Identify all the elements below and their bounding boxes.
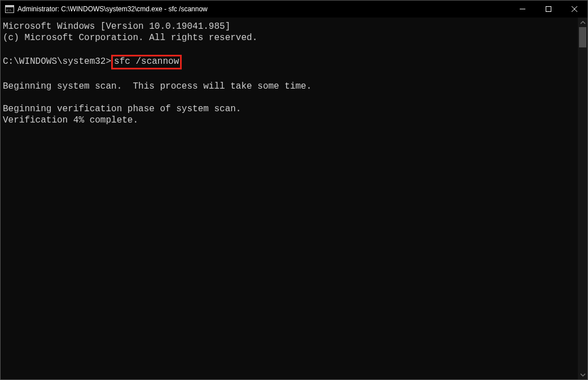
scroll-down-button[interactable] <box>578 370 587 379</box>
line-copyright: (c) Microsoft Corporation. All rights re… <box>3 33 257 43</box>
command-highlight: sfc /scannow <box>111 55 182 69</box>
line-begin-scan: Beginning system scan. This process will… <box>3 81 311 91</box>
client-area: Microsoft Windows [Version 10.0.19041.98… <box>1 18 587 379</box>
minimize-button[interactable] <box>510 1 536 18</box>
window-title: Administrator: C:\WINDOWS\system32\cmd.e… <box>17 5 208 13</box>
titlebar[interactable]: C:\ Administrator: C:\WINDOWS\system32\c… <box>1 1 587 18</box>
svg-rect-1 <box>6 6 14 7</box>
scrollbar-thumb[interactable] <box>579 27 586 47</box>
maximize-button[interactable] <box>536 1 561 18</box>
terminal-output[interactable]: Microsoft Windows [Version 10.0.19041.98… <box>1 18 578 379</box>
close-button[interactable] <box>561 1 587 18</box>
line-progress: Verification 4% complete. <box>3 115 138 125</box>
scroll-up-button[interactable] <box>578 18 587 27</box>
line-version: Microsoft Windows [Version 10.0.19041.98… <box>3 21 230 32</box>
scrollbar-track[interactable] <box>578 27 587 370</box>
entered-command: sfc /scannow <box>114 56 179 67</box>
vertical-scrollbar[interactable] <box>578 18 587 379</box>
cmd-icon: C:\ <box>5 5 14 14</box>
svg-text:C:\: C:\ <box>7 8 12 12</box>
cmd-window: C:\ Administrator: C:\WINDOWS\system32\c… <box>0 0 588 380</box>
prompt-prefix: C:\WINDOWS\system32> <box>3 56 111 67</box>
line-begin-verify: Beginning verification phase of system s… <box>3 104 241 114</box>
svg-rect-3 <box>546 7 551 12</box>
